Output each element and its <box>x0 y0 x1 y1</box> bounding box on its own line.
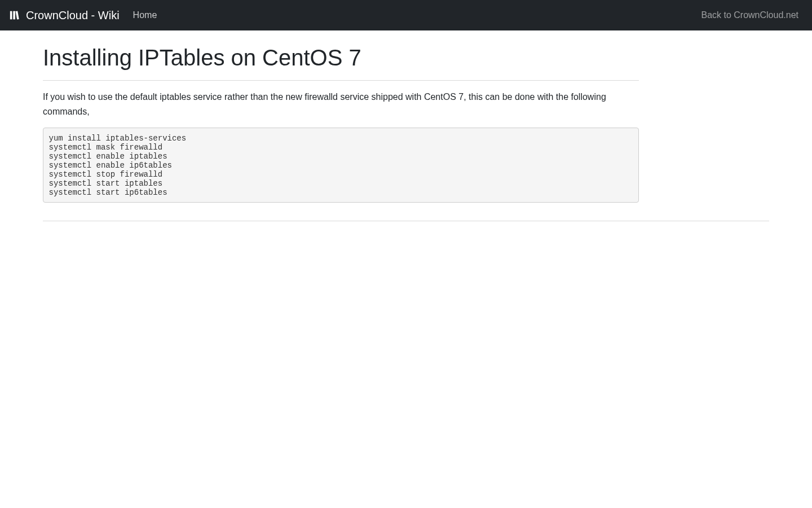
navbar-right: Back to CrownCloud.net <box>696 10 803 20</box>
home-link[interactable]: Home <box>129 6 162 25</box>
title-divider <box>43 80 639 81</box>
back-link[interactable]: Back to CrownCloud.net <box>696 6 803 24</box>
intro-paragraph: If you wish to use the default iptables … <box>43 90 639 119</box>
brand-link[interactable]: CrownCloud - Wiki <box>9 6 120 25</box>
brand-text: CrownCloud - Wiki <box>26 9 120 22</box>
container: Installing IPTables on CentOS 7 If you w… <box>34 30 778 221</box>
svg-rect-1 <box>13 11 15 20</box>
navbar-left: CrownCloud - Wiki Home <box>9 6 161 25</box>
code-block: yum install iptables-services systemctl … <box>43 128 639 203</box>
navbar: CrownCloud - Wiki Home Back to CrownClou… <box>0 0 812 30</box>
main-column: Installing IPTables on CentOS 7 If you w… <box>43 30 648 212</box>
svg-rect-0 <box>10 11 12 20</box>
page-title: Installing IPTables on CentOS 7 <box>43 44 639 71</box>
books-icon <box>9 9 21 21</box>
code-content: yum install iptables-services systemctl … <box>49 134 187 197</box>
svg-rect-2 <box>16 11 19 19</box>
content-row: Installing IPTables on CentOS 7 If you w… <box>43 30 769 212</box>
footer-divider <box>43 221 769 221</box>
